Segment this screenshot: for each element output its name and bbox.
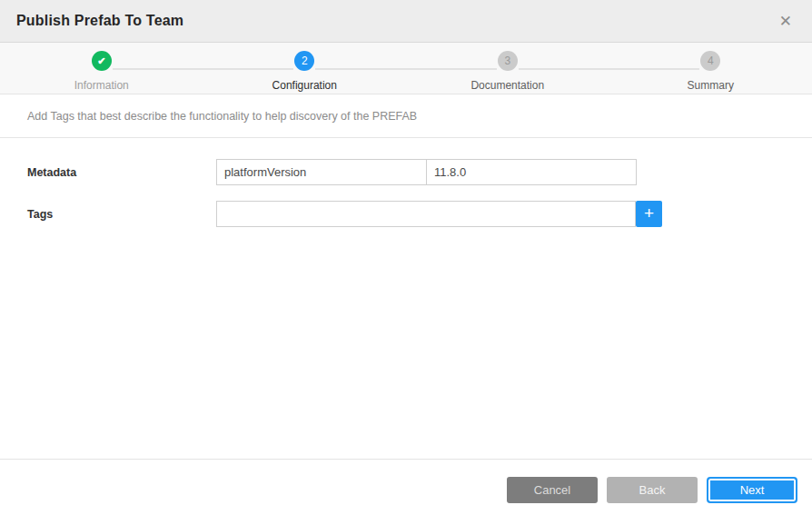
dialog-header: Publish Prefab To Team ✕ bbox=[0, 0, 812, 43]
close-icon[interactable]: ✕ bbox=[776, 12, 796, 31]
step-label: Documentation bbox=[470, 79, 544, 92]
step-summary[interactable]: 4 Summary bbox=[609, 51, 812, 94]
check-icon[interactable]: ✔ bbox=[92, 51, 112, 71]
metadata-value-input[interactable] bbox=[426, 159, 637, 185]
step-description: Add Tags that best describe the function… bbox=[27, 110, 417, 123]
step-label: Configuration bbox=[272, 79, 337, 92]
add-tag-button[interactable]: + bbox=[636, 201, 662, 227]
metadata-label: Metadata bbox=[27, 166, 216, 179]
metadata-key-input[interactable] bbox=[216, 159, 427, 185]
step-number-badge[interactable]: 3 bbox=[498, 51, 518, 71]
tags-input[interactable] bbox=[216, 201, 636, 227]
back-button[interactable]: Back bbox=[607, 477, 698, 503]
step-label: Summary bbox=[688, 79, 734, 92]
dialog-title: Publish Prefab To Team bbox=[16, 13, 183, 29]
step-number-badge[interactable]: 4 bbox=[700, 51, 720, 71]
step-description-row: Add Tags that best describe the function… bbox=[0, 94, 812, 138]
plus-icon: + bbox=[644, 204, 654, 222]
next-button[interactable]: Next bbox=[707, 477, 797, 503]
step-documentation[interactable]: 3 Documentation bbox=[406, 51, 609, 94]
cancel-button[interactable]: Cancel bbox=[507, 477, 598, 503]
step-information[interactable]: ✔ Information bbox=[0, 51, 203, 94]
configuration-form: Metadata Tags + bbox=[0, 138, 812, 459]
step-number-badge[interactable]: 2 bbox=[294, 51, 314, 71]
tags-label: Tags bbox=[27, 208, 216, 221]
step-configuration[interactable]: 2 Configuration bbox=[203, 51, 407, 94]
publish-prefab-dialog: Publish Prefab To Team ✕ ✔ Information 2… bbox=[0, 0, 812, 515]
step-label: Information bbox=[74, 79, 129, 92]
tags-row: Tags + bbox=[27, 201, 785, 227]
dialog-footer: Cancel Back Next bbox=[0, 459, 812, 515]
metadata-row: Metadata bbox=[27, 159, 785, 185]
wizard-stepper: ✔ Information 2 Configuration 3 Document… bbox=[0, 43, 812, 94]
